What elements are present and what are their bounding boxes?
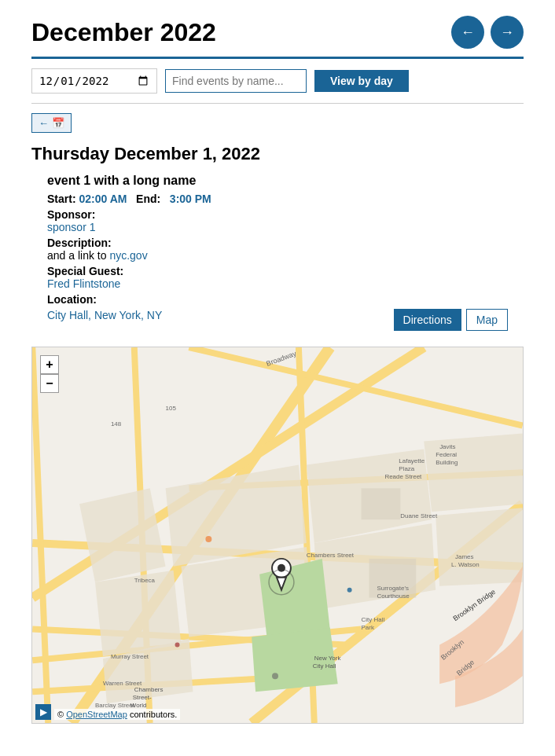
svg-point-57 xyxy=(175,642,180,647)
back-arrow-icon: ← xyxy=(39,117,49,129)
svg-point-58 xyxy=(347,588,352,593)
description-label: Description: xyxy=(47,237,112,249)
svg-text:Tribeca: Tribeca xyxy=(134,577,156,584)
calendar-icon: 📅 xyxy=(52,117,64,129)
sponsor-field: Sponsor: sponsor 1 xyxy=(47,208,508,233)
view-by-day-button[interactable]: View by day xyxy=(314,70,409,92)
guest-label: Special Guest: xyxy=(47,265,123,277)
event-time-row: Start: 02:00 AM End: 3:00 PM xyxy=(47,193,508,205)
header: December 2022 ← → xyxy=(0,0,555,57)
zoom-out-button[interactable]: − xyxy=(40,374,59,393)
svg-text:Chambers Street: Chambers Street xyxy=(307,552,355,559)
map-container: Broadway Murray Street Warren Street Bar… xyxy=(31,347,524,724)
svg-point-56 xyxy=(272,673,278,679)
guest-field: Special Guest: Fred Flintstone xyxy=(47,265,508,290)
svg-text:Surrogate's: Surrogate's xyxy=(377,585,408,592)
svg-text:Street-: Street- xyxy=(133,694,152,701)
description-field: Description: and a link to nyc.gov xyxy=(47,237,508,262)
svg-point-61 xyxy=(278,564,285,572)
back-to-calendar-button[interactable]: ← 📅 xyxy=(31,113,72,133)
description-text: and a link to xyxy=(47,249,109,262)
end-time: 3:00 PM xyxy=(170,193,211,205)
location-row: City Hall, New York, NY Directions Map xyxy=(47,309,508,331)
svg-text:World: World xyxy=(130,702,147,709)
nav-buttons: ← → xyxy=(451,16,524,49)
zoom-in-button[interactable]: + xyxy=(40,355,59,374)
map-button[interactable]: Map xyxy=(466,309,508,331)
sponsor-value: sponsor 1 xyxy=(47,221,95,233)
guest-value: Fred Flintstone xyxy=(47,277,120,290)
location-field: Location: xyxy=(47,293,508,306)
svg-text:James: James xyxy=(455,553,473,560)
sponsor-label: Sponsor: xyxy=(47,208,95,221)
directions-button[interactable]: Directions xyxy=(394,309,461,331)
attribution-text: © xyxy=(57,710,66,719)
svg-text:Murray Street: Murray Street xyxy=(111,653,149,660)
svg-text:Federal: Federal xyxy=(436,451,457,458)
svg-text:Javits: Javits xyxy=(439,443,455,450)
event-title: event 1 with a long name xyxy=(47,174,508,188)
map-svg: Broadway Murray Street Warren Street Bar… xyxy=(32,347,523,723)
controls-section: View by day xyxy=(0,59,555,103)
svg-rect-24 xyxy=(362,488,401,519)
svg-text:L. Watson: L. Watson xyxy=(451,561,480,568)
svg-marker-13 xyxy=(79,488,166,582)
month-title: December 2022 xyxy=(31,18,216,47)
date-input[interactable] xyxy=(31,68,157,94)
openstreetmap-link[interactable]: OpenStreetMap xyxy=(66,710,127,719)
map-zoom-controls: + − xyxy=(40,355,59,393)
expand-icon: ▶ xyxy=(40,706,47,717)
next-month-button[interactable]: → xyxy=(491,16,524,49)
svg-text:Building: Building xyxy=(436,459,458,466)
description-link[interactable]: nyc.gov xyxy=(109,249,147,262)
start-time: 02:00 AM xyxy=(79,193,127,205)
svg-text:Plaza: Plaza xyxy=(399,465,414,472)
svg-point-55 xyxy=(205,536,211,542)
svg-text:Courthouse: Courthouse xyxy=(377,593,410,600)
search-input[interactable] xyxy=(165,69,307,93)
svg-text:City Hall: City Hall xyxy=(313,662,336,670)
svg-text:Reade Street: Reade Street xyxy=(384,473,422,480)
svg-text:Chambers: Chambers xyxy=(134,686,164,693)
calendar-back-section: ← 📅 xyxy=(0,104,555,139)
svg-text:Park: Park xyxy=(362,624,374,631)
svg-text:Barclay Street: Barclay Street xyxy=(95,702,135,709)
location-buttons: Directions Map xyxy=(394,309,508,331)
prev-month-button[interactable]: ← xyxy=(451,16,484,49)
svg-text:Duane Street: Duane Street xyxy=(400,512,438,519)
attribution-suffix: contributors. xyxy=(127,710,178,719)
svg-marker-20 xyxy=(436,508,523,586)
map-attribution: © OpenStreetMap contributors. xyxy=(54,709,180,720)
day-heading: Thursday December 1, 2022 xyxy=(0,139,555,174)
expand-map-button[interactable]: ▶ xyxy=(35,704,51,720)
svg-text:New York: New York xyxy=(314,655,341,662)
svg-text:148: 148 xyxy=(111,420,122,428)
svg-text:Lafayette: Lafayette xyxy=(399,457,425,464)
start-label: Start: xyxy=(47,193,76,205)
svg-text:105: 105 xyxy=(166,405,177,412)
location-label: Location: xyxy=(47,293,97,306)
event-section: event 1 with a long name Start: 02:00 AM… xyxy=(0,174,555,340)
location-value: City Hall, New York, NY xyxy=(47,309,162,321)
svg-text:City Hall: City Hall xyxy=(362,616,385,623)
end-label: End: xyxy=(136,193,160,205)
svg-marker-16 xyxy=(424,434,522,512)
